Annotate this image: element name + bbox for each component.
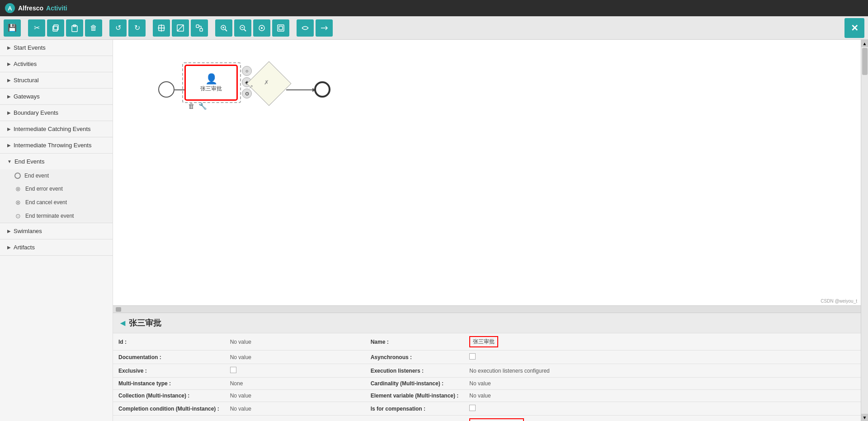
prop-value-empty [225, 416, 365, 421]
properties-title: 张三审批 [129, 318, 161, 328]
paste-button[interactable] [66, 19, 83, 37]
zoom-out-icon [239, 24, 247, 32]
sidebar-group-intermediate-catching: ▶ Intermediate Catching Events [0, 121, 113, 137]
sidebar-group-header-intermediate-throwing[interactable]: ▶ Intermediate Throwing Events [0, 137, 113, 153]
sidebar-group-header-structural[interactable]: ▶ Structural [0, 72, 113, 88]
redo-button[interactable]: ↻ [128, 19, 146, 37]
zoom-in-button[interactable] [215, 19, 232, 37]
sidebar-group-header-start-events[interactable]: ▶ Start Events [0, 40, 113, 56]
hscroll-thumb[interactable] [116, 307, 121, 312]
route1-button[interactable] [297, 19, 314, 37]
vscroll-down-arrow[interactable]: ▼ [861, 414, 868, 421]
canvas[interactable]: ▶ 👤 张三审批 🗑 🔧 ○ ◈ ⊙ [113, 40, 861, 305]
prop-row-collection-elementvar: Collection (Multi-instance) : No value E… [113, 390, 861, 402]
sidebar-item-end-terminate-event[interactable]: ⊙ End terminate event [0, 209, 113, 223]
sidebar-item-end-cancel-event[interactable]: ⊗ End cancel event [0, 196, 113, 209]
sidebar-children-end-events: End event ⊗ End error event ⊗ End cancel… [0, 169, 113, 223]
sidebar-item-label-end-cancel-event: End cancel event [25, 199, 67, 206]
start-event-node[interactable] [158, 81, 175, 98]
action-icon-1[interactable]: ○ [242, 66, 252, 76]
move-button[interactable] [153, 19, 170, 37]
route2-button[interactable] [316, 19, 333, 37]
zoom-actual-button[interactable] [272, 19, 289, 37]
prop-value-execution-listeners: No execution listeners configured [464, 364, 861, 378]
sidebar-label-end-events: End Events [14, 158, 45, 165]
close-button[interactable]: ✕ [844, 18, 864, 38]
action-icon-3[interactable]: ⊙ [242, 89, 252, 98]
sidebar-arrow-artifacts: ▶ [7, 245, 11, 250]
sidebar-group-header-swimlanes[interactable]: ▶ Swimlanes [0, 223, 113, 239]
arrow-gateway-to-end: ▶ [286, 89, 313, 90]
delete-button[interactable]: 🗑 [85, 19, 102, 37]
svg-rect-25 [278, 25, 284, 31]
copy-button[interactable] [47, 19, 64, 37]
collapse-arrow-icon[interactable]: ◀ [120, 319, 125, 327]
prop-label-collection: Collection (Multi-instance) : [113, 390, 225, 402]
app-logo: A Alfresco Activiti [5, 3, 67, 14]
sidebar-group-boundary-events: ▶ Boundary Events [0, 105, 113, 121]
sidebar-item-label-end-error-event: End error event [25, 186, 63, 192]
assignments-highlighted-value: Assignee zhangsan [469, 418, 524, 421]
sidebar-label-activities: Activities [14, 61, 37, 67]
compensation-checkbox[interactable] [469, 405, 476, 411]
sidebar-item-end-error-event[interactable]: ⊗ End error event [0, 182, 113, 196]
gateway-label-icon: ✗ [264, 79, 269, 86]
sidebar-group-gateways: ▶ Gateways [0, 89, 113, 105]
topbar: A Alfresco Activiti [0, 0, 868, 16]
cut-button[interactable]: ✂ [28, 19, 45, 37]
exclusive-checkbox[interactable] [230, 367, 236, 373]
prop-value-element-variable: No value [464, 390, 861, 402]
prop-label-element-variable: Element variable (Multi-instance) : [365, 390, 464, 402]
sidebar-group-intermediate-throwing: ▶ Intermediate Throwing Events [0, 137, 113, 154]
vertical-scrollbar[interactable]: ▲ ▼ [861, 40, 868, 421]
canvas-horizontal-scrollbar[interactable] [113, 305, 861, 313]
sidebar-label-swimlanes: Swimlanes [14, 228, 42, 234]
sidebar-label-intermediate-catching: Intermediate Catching Events [14, 126, 91, 132]
end-event-node[interactable] [314, 81, 330, 98]
canvas-scrollbar-container: ▶ 👤 张三审批 🗑 🔧 ○ ◈ ⊙ [113, 40, 868, 421]
sidebar-label-structural: Structural [14, 77, 39, 84]
sidebar-item-end-event[interactable]: End event [0, 169, 113, 182]
task-node-zhangsan[interactable]: 👤 张三审批 [184, 65, 238, 101]
resize-button[interactable] [172, 19, 189, 37]
connect-button[interactable] [191, 19, 208, 37]
copy-icon [52, 24, 60, 32]
prop-value-id: No value [225, 333, 365, 351]
prop-label-assignments: Assignments : [365, 416, 464, 421]
save-button[interactable]: 💾 [4, 19, 21, 37]
asynchronous-checkbox[interactable] [469, 353, 476, 360]
zoom-out-button[interactable] [234, 19, 251, 37]
gateway-node[interactable] [247, 61, 292, 106]
sidebar: ▶ Start Events ▶ Activities ▶ Structural… [0, 40, 113, 421]
sidebar-group-header-boundary-events[interactable]: ▶ Boundary Events [0, 105, 113, 121]
sidebar-label-start-events: Start Events [14, 44, 46, 51]
undo-button[interactable]: ↺ [109, 19, 127, 37]
prop-label-documentation: Documentation : [113, 351, 225, 364]
prop-row-assignments: Assignments : Assignee zhangsan [113, 416, 861, 421]
resize-icon [176, 24, 184, 32]
sidebar-group-header-artifacts[interactable]: ▶ Artifacts [0, 239, 113, 255]
sidebar-group-artifacts: ▶ Artifacts [0, 239, 113, 256]
sidebar-group-header-gateways[interactable]: ▶ Gateways [0, 89, 113, 104]
zoom-actual-icon [277, 24, 285, 32]
prop-value-completion-condition: No value [225, 402, 365, 416]
sidebar-group-header-activities[interactable]: ▶ Activities [0, 56, 113, 72]
end-event-icon [14, 173, 21, 179]
task-settings-icon[interactable]: 🔧 [198, 102, 207, 110]
main-layout: ▶ Start Events ▶ Activities ▶ Structural… [0, 40, 868, 421]
prop-label-name: Name : [365, 333, 464, 351]
sidebar-group-header-end-events[interactable]: ▼ End Events [0, 154, 113, 169]
sidebar-group-header-intermediate-catching[interactable]: ▶ Intermediate Catching Events [0, 121, 113, 137]
vscroll-thumb[interactable] [862, 48, 868, 75]
task-delete-icon[interactable]: 🗑 [188, 102, 195, 110]
vscroll-up-arrow[interactable]: ▲ [861, 40, 868, 47]
app-name-alfresco: Alfresco [18, 5, 43, 12]
right-arrow-icon[interactable]: ↗ [249, 84, 253, 90]
prop-label-multi-instance-type: Multi-instance type : [113, 378, 225, 390]
sidebar-label-gateways: Gateways [14, 93, 40, 100]
sidebar-arrow-gateways: ▶ [7, 94, 11, 99]
sidebar-group-structural: ▶ Structural [0, 72, 113, 89]
zoom-fit-button[interactable] [253, 19, 270, 37]
prop-label-empty [113, 416, 225, 421]
sidebar-item-label-end-event: End event [24, 173, 49, 179]
